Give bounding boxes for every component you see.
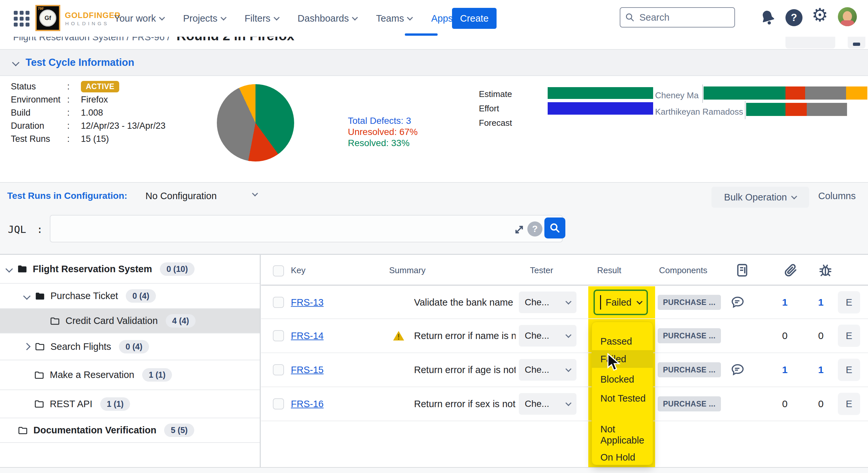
global-search[interactable]	[620, 7, 735, 28]
collapse-chevron-icon[interactable]	[12, 59, 20, 66]
folder-outline-icon	[34, 371, 44, 380]
component-badge[interactable]: PURCHASE ...	[658, 396, 721, 411]
attachment-count[interactable]: 1	[774, 297, 796, 308]
settings-gear-icon[interactable]: ⚙	[812, 6, 828, 24]
chevron-down-icon[interactable]	[23, 292, 31, 300]
comment-bubble-icon[interactable]	[731, 362, 745, 377]
chevron-down-icon	[407, 14, 413, 20]
menu-filters[interactable]: Filters	[245, 13, 279, 24]
field-environment: Environment : Firefox	[11, 94, 165, 105]
menu-projects[interactable]: Projects	[183, 13, 226, 24]
tree-item-documentation-verification[interactable]: Documentation Verification 5 (5)	[0, 418, 260, 443]
menu-your-work[interactable]: Your work	[114, 13, 164, 24]
search-input[interactable]	[639, 12, 722, 23]
chevron-down-icon[interactable]	[252, 190, 258, 196]
field-build: Build : 1.008	[11, 107, 165, 118]
tree-item-credit-card-validation[interactable]: Credit Card Validation 4 (4)	[0, 309, 260, 334]
tester-select[interactable]: Che...	[519, 291, 577, 313]
tester-select[interactable]: Che...	[519, 359, 577, 381]
defect-count[interactable]: 1	[810, 364, 832, 375]
tester-select[interactable]: Che...	[519, 325, 577, 347]
defect-count[interactable]: 1	[810, 297, 832, 308]
expand-icon[interactable]	[513, 223, 525, 236]
col-tester[interactable]: Tester	[530, 265, 553, 276]
tree-item-purchase-ticket[interactable]: Purchase Ticket 0 (4)	[0, 284, 260, 309]
execute-button[interactable]: E	[838, 393, 860, 415]
component-badge[interactable]: PURCHASE ...	[658, 295, 721, 310]
chevron-down-icon	[274, 14, 279, 20]
app-switcher-icon[interactable]	[14, 11, 29, 27]
bulk-operation-button[interactable]: Bulk Operation	[711, 187, 809, 208]
component-badge[interactable]: PURCHASE ...	[658, 362, 721, 377]
row-checkbox[interactable]	[273, 330, 284, 341]
config-bar: Test Runs in Configuration: No Configura…	[0, 182, 868, 210]
notification-bell-icon[interactable]	[757, 7, 778, 28]
clipped-action-button[interactable]	[785, 37, 835, 49]
component-badge[interactable]: PURCHASE ...	[658, 328, 721, 343]
tree-item-flight-reservation-system[interactable]: Flight Reservation System 0 (10)	[0, 255, 260, 284]
count-badge: 1 (1)	[100, 397, 130, 411]
section-title[interactable]: Test Cycle Information	[26, 57, 134, 68]
chevron-down-icon[interactable]	[6, 265, 13, 273]
bug-icon[interactable]	[818, 263, 833, 278]
chevron-down-icon	[565, 400, 571, 406]
result-select-open[interactable]: Failed	[593, 290, 648, 315]
option-blocked[interactable]: Blocked	[592, 374, 653, 385]
company-logo[interactable]: 79F Gf	[35, 5, 60, 31]
attachment-paperclip-icon[interactable]	[783, 263, 798, 278]
row-checkbox[interactable]	[273, 398, 284, 409]
help-icon[interactable]: ?	[785, 9, 803, 26]
option-passed[interactable]: Passed	[592, 336, 653, 347]
resolved-defects: Resolved: 33%	[348, 137, 417, 149]
tree-item-make-a-reservation[interactable]: Make a Reservation 1 (1)	[0, 360, 260, 390]
table-row: FRS-14 Return error if name is not corr …	[261, 319, 868, 353]
issue-key-link[interactable]: FRS-14	[291, 330, 323, 341]
clipped-icon-button[interactable]	[848, 37, 865, 49]
select-all-checkbox[interactable]	[273, 265, 284, 277]
execute-button[interactable]: E	[838, 291, 860, 313]
option-on-hold[interactable]: On Hold	[592, 452, 653, 463]
active-tab-indicator	[405, 33, 438, 36]
issue-key-link[interactable]: FRS-13	[291, 297, 323, 308]
folder-outline-icon	[35, 342, 45, 351]
jql-input[interactable]	[50, 215, 563, 243]
issue-key-link[interactable]: FRS-16	[291, 399, 323, 409]
tester-select[interactable]: Che...	[519, 393, 577, 415]
execute-button[interactable]: E	[838, 325, 860, 347]
option-failed[interactable]: Failed	[592, 353, 653, 365]
chevron-right-icon[interactable]	[23, 343, 31, 350]
menu-teams[interactable]: Teams	[376, 13, 412, 24]
folder-outline-icon	[18, 426, 28, 435]
row-checkbox[interactable]	[273, 297, 284, 308]
row-checkbox[interactable]	[273, 364, 284, 375]
jql-search-button[interactable]	[545, 218, 565, 239]
user-avatar[interactable]	[838, 7, 857, 26]
tester-progress-bar	[746, 103, 847, 116]
chevron-down-icon	[352, 14, 358, 20]
columns-button[interactable]: Columns	[818, 191, 856, 201]
folder-outline-icon	[50, 316, 60, 325]
col-result[interactable]: Result	[597, 265, 621, 276]
attachment-count: 0	[774, 398, 796, 409]
issue-key-link[interactable]: FRS-15	[291, 365, 323, 375]
jql-help-icon[interactable]: ?	[527, 221, 542, 236]
option-not-tested[interactable]: Not Tested	[592, 393, 653, 404]
attachment-count[interactable]: 1	[774, 364, 796, 375]
option-not-applicable[interactable]: Not Applicable	[592, 423, 653, 446]
breadcrumb[interactable]: Flight Reservation System / FRS-96 /	[13, 37, 170, 42]
col-key[interactable]: Key	[291, 265, 306, 276]
menu-dashboards[interactable]: Dashboards	[298, 13, 357, 24]
tree-item-search-flights[interactable]: Search Flights 0 (4)	[0, 334, 260, 360]
comment-bubble-icon[interactable]	[731, 295, 745, 310]
tree-item-rest-api[interactable]: REST API 1 (1)	[0, 390, 260, 418]
forecast-label: Forecast	[479, 118, 512, 128]
logo-tag: 79F	[38, 6, 44, 10]
create-button[interactable]: Create	[452, 8, 497, 29]
configuration-select[interactable]: No Configuration	[146, 191, 217, 201]
execute-button[interactable]: E	[838, 359, 860, 381]
execution-details-icon[interactable]	[735, 263, 750, 278]
folder-filled-icon	[35, 291, 45, 301]
col-components[interactable]: Components	[659, 265, 707, 276]
col-summary[interactable]: Summary	[389, 265, 426, 276]
estimate-label: Estimate	[479, 89, 512, 99]
